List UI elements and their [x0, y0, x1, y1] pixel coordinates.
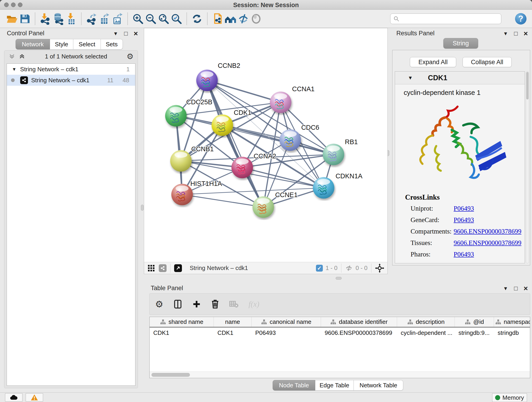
- network-collection-row[interactable]: ▼ String Network – cdk1 1: [7, 64, 135, 75]
- column-header-namespac[interactable]: namespac: [494, 317, 530, 327]
- results-panel: Results Panel ▼ □ × String Expand All Co…: [389, 28, 532, 274]
- gene-header-row[interactable]: ▼ CDK1: [395, 71, 525, 84]
- crosslink-link[interactable]: 9606.ENSP00000378699: [454, 239, 521, 247]
- network-node-CDC6[interactable]: CDC6: [279, 124, 319, 151]
- left-splitter-handle[interactable]: [141, 205, 144, 211]
- horizontal-splitter-handle[interactable]: [336, 277, 342, 280]
- network-edge[interactable]: [207, 80, 281, 102]
- delete-table-icon[interactable]: [229, 300, 239, 308]
- search-input[interactable]: [390, 13, 501, 24]
- table-settings-gear-icon[interactable]: ⚙: [155, 299, 163, 309]
- warnings-button[interactable]: [26, 393, 43, 402]
- export-image-button[interactable]: [111, 12, 124, 25]
- selected-checkbox-icon[interactable]: ✓: [316, 265, 323, 272]
- function-builder-icon[interactable]: f(x): [249, 300, 259, 308]
- network-edge[interactable]: [207, 80, 264, 207]
- crosslink-label: GeneCard:: [411, 216, 454, 224]
- crosslink-label: Uniprot:: [411, 205, 454, 212]
- network-node-CDKN1A[interactable]: CDKN1A: [313, 172, 363, 199]
- help-button[interactable]: ?: [515, 13, 526, 25]
- gene-name: CDK1: [428, 74, 447, 82]
- expand-all-icon[interactable]: [19, 53, 25, 60]
- table-hscrollbar[interactable]: [150, 371, 530, 378]
- open-session-button[interactable]: [6, 12, 18, 25]
- node-count: 11: [107, 77, 114, 84]
- panel-menu-icon[interactable]: ▼: [113, 31, 118, 37]
- refresh-button[interactable]: [191, 12, 203, 25]
- network-canvas[interactable]: CCNB2CCNA1CDC25BCDK1CDC6RB1CCNB1CCNA2CDK…: [144, 28, 387, 262]
- collapse-all-icon[interactable]: [8, 53, 15, 60]
- hidden-eye-icon[interactable]: [345, 264, 353, 272]
- collapse-all-button[interactable]: Collapse All: [462, 57, 512, 67]
- memory-button[interactable]: Memory: [492, 393, 527, 402]
- results-scrollbar[interactable]: [526, 71, 529, 263]
- zoom-out-button[interactable]: [144, 12, 157, 25]
- tab-edge-table[interactable]: Edge Table: [315, 380, 354, 390]
- crosslink-link[interactable]: P06493: [454, 250, 474, 258]
- collapse-gene-icon[interactable]: ▼: [408, 75, 413, 81]
- network-node-HIST1H1A[interactable]: HIST1H1A: [171, 180, 222, 205]
- import-network-from-database-button[interactable]: [52, 12, 65, 25]
- cloud-icon: [10, 395, 18, 400]
- tab-network[interactable]: Network: [16, 39, 50, 50]
- show-columns-icon[interactable]: [173, 300, 182, 309]
- column-header-canonical-name[interactable]: canonical name: [252, 317, 321, 327]
- expand-all-button[interactable]: Expand All: [410, 57, 456, 67]
- table-cell: cyclin-dependent ...: [397, 327, 455, 338]
- import-network-button[interactable]: [39, 12, 52, 25]
- houses-icon: [224, 12, 237, 25]
- delete-column-icon[interactable]: [211, 300, 219, 309]
- crosslink-row: Compartments:9606.ENSP00000378699: [411, 228, 525, 235]
- zoom-selected-button[interactable]: [170, 12, 183, 25]
- import-network-from-file-button[interactable]: [211, 12, 224, 25]
- panel-menu-icon[interactable]: ▼: [503, 286, 508, 292]
- toolbar-separator: [35, 13, 35, 25]
- save-session-button[interactable]: [18, 12, 31, 25]
- network-node-CCNE1[interactable]: CCNE1: [253, 191, 298, 218]
- network-node-RB1[interactable]: RB1: [323, 138, 358, 165]
- close-panel-icon[interactable]: ×: [133, 29, 138, 38]
- column-header-description[interactable]: description: [397, 317, 455, 327]
- fit-content-icon[interactable]: [375, 264, 384, 273]
- tab-select[interactable]: Select: [73, 39, 101, 50]
- tab-string[interactable]: String: [443, 38, 478, 49]
- column-header-name[interactable]: name: [214, 317, 252, 327]
- float-panel-icon[interactable]: □: [514, 30, 518, 37]
- tab-style[interactable]: Style: [50, 39, 73, 50]
- tab-sets[interactable]: Sets: [101, 39, 123, 50]
- grid-view-icon[interactable]: [147, 264, 155, 272]
- tab-network-table[interactable]: Network Table: [354, 380, 403, 390]
- column-header-database-identifier[interactable]: database identifier: [321, 317, 397, 327]
- panel-menu-icon[interactable]: ▼: [503, 31, 508, 37]
- import-table-button[interactable]: [65, 12, 77, 25]
- close-panel-icon[interactable]: ×: [524, 284, 528, 293]
- network-node-CCNA1[interactable]: CCNA1: [270, 85, 315, 113]
- tab-node-table[interactable]: Node Table: [273, 380, 315, 390]
- network-graph[interactable]: CCNB2CCNA1CDC25BCDK1CDC6RB1CCNB1CCNA2CDK…: [144, 28, 387, 262]
- network-view-icon[interactable]: [159, 264, 167, 272]
- show-eye-button[interactable]: [250, 12, 263, 25]
- zoom-in-button[interactable]: [132, 12, 144, 25]
- birdseye-view-icon[interactable]: [174, 264, 182, 272]
- cloud-button[interactable]: [5, 393, 22, 402]
- table-row[interactable]: CDK1CDK1P064939606.ENSP00000378699cyclin…: [150, 327, 530, 338]
- tree-expand-icon[interactable]: ▼: [12, 67, 17, 72]
- network-file-icon: [212, 13, 224, 25]
- crosslink-link[interactable]: P06493: [454, 205, 474, 212]
- zoom-fit-button[interactable]: [157, 12, 170, 25]
- close-panel-icon[interactable]: ×: [524, 29, 528, 38]
- export-table-button[interactable]: [98, 12, 111, 25]
- float-panel-icon[interactable]: □: [124, 30, 128, 37]
- home-networks-button[interactable]: [224, 12, 237, 25]
- results-panel-title: Results Panel: [396, 30, 435, 37]
- export-network-button[interactable]: [85, 12, 98, 25]
- gear-icon[interactable]: ⚙: [127, 52, 133, 61]
- column-header-@id[interactable]: @id: [455, 317, 494, 327]
- float-panel-icon[interactable]: □: [514, 285, 518, 292]
- crosslink-link[interactable]: 9606.ENSP00000378699: [454, 228, 521, 235]
- toggle-panels-button[interactable]: [237, 12, 250, 25]
- crosslink-link[interactable]: P06493: [454, 216, 474, 224]
- add-column-icon[interactable]: [192, 300, 201, 308]
- column-header-shared-name[interactable]: shared name: [150, 317, 214, 327]
- network-row[interactable]: String Network – cdk1 11 48: [7, 75, 135, 86]
